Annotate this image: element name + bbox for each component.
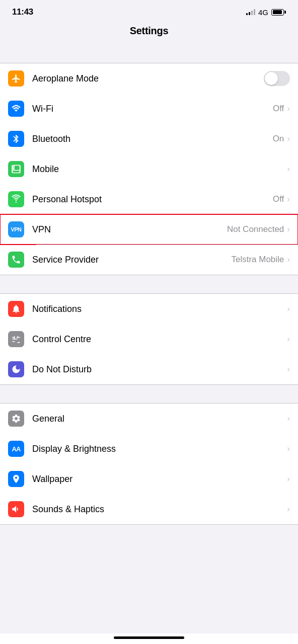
display-chevron: ›: [287, 444, 290, 454]
control-chevron: ›: [287, 334, 290, 344]
mobile-content: Mobile ›: [32, 154, 290, 184]
bluetooth-label: Bluetooth: [32, 134, 70, 144]
general-label: General: [32, 414, 64, 424]
network-type: 4G: [258, 8, 268, 17]
service-content: Service Provider Telstra Mobile ›: [32, 245, 290, 275]
bluetooth-icon: [8, 131, 24, 147]
status-icons: 4G: [246, 8, 286, 17]
status-bar: 11:43 4G: [0, 0, 298, 21]
service-icon: [8, 252, 24, 268]
control-icon: [8, 331, 24, 347]
sounds-chevron: ›: [287, 504, 290, 514]
aeroplane-toggle[interactable]: [264, 71, 290, 86]
settings-row-wallpaper[interactable]: Wallpaper ›: [0, 464, 298, 494]
mobile-icon: [8, 161, 24, 177]
wifi-label: Wi-Fi: [32, 104, 53, 114]
general-chevron: ›: [287, 414, 290, 424]
settings-row-service[interactable]: Service Provider Telstra Mobile ›: [0, 245, 298, 275]
notifications-icon: [8, 301, 24, 317]
wifi-chevron: ›: [287, 104, 290, 114]
hotspot-icon: [8, 191, 24, 207]
control-label: Control Centre: [32, 334, 91, 345]
sounds-content: Sounds & Haptics ›: [32, 494, 290, 524]
bluetooth-content: Bluetooth On ›: [32, 124, 290, 154]
sounds-icon: [8, 501, 24, 517]
settings-row-notifications[interactable]: Notifications ›: [0, 294, 298, 324]
notifications-right: ›: [287, 304, 290, 314]
settings-group-notifications: Notifications › Control Centre › Do Not …: [0, 293, 298, 385]
display-right: ›: [287, 444, 290, 454]
wallpaper-icon: [8, 471, 24, 487]
settings-row-dnd[interactable]: Do Not Disturb ›: [0, 354, 298, 384]
home-indicator: [0, 633, 298, 644]
battery-icon: [271, 9, 286, 16]
settings-row-vpn[interactable]: VPN VPN Not Connected ›: [0, 214, 298, 245]
mobile-label: Mobile: [32, 164, 59, 175]
general-content: General ›: [32, 404, 290, 434]
display-label: Display & Brightness: [32, 444, 116, 454]
settings-group-display: General › AA Display & Brightness › Wall…: [0, 403, 298, 525]
hotspot-chevron: ›: [287, 194, 290, 204]
section-gap-3: [0, 385, 298, 403]
wifi-right: Off ›: [273, 104, 290, 114]
page-title: Settings: [8, 25, 290, 37]
settings-row-sounds[interactable]: Sounds & Haptics ›: [0, 494, 298, 524]
settings-row-mobile[interactable]: Mobile ›: [0, 154, 298, 184]
section-gap-1: [0, 45, 298, 63]
general-icon: [8, 411, 24, 427]
control-right: ›: [287, 334, 290, 344]
notifications-content: Notifications ›: [32, 294, 290, 324]
wallpaper-content: Wallpaper ›: [32, 464, 290, 494]
wifi-icon: [8, 101, 24, 117]
notifications-chevron: ›: [287, 304, 290, 314]
bluetooth-right: On ›: [273, 134, 290, 144]
hotspot-content: Personal Hotspot Off ›: [32, 184, 290, 214]
dnd-content: Do Not Disturb ›: [32, 354, 290, 384]
dnd-right: ›: [287, 364, 290, 374]
service-chevron: ›: [287, 255, 290, 265]
section-gap-bottom: [0, 525, 298, 543]
vpn-content: VPN Not Connected ›: [32, 214, 290, 245]
bluetooth-chevron: ›: [287, 134, 290, 144]
settings-row-general[interactable]: General ›: [0, 404, 298, 434]
section-gap-2: [0, 275, 298, 293]
aeroplane-content: Aeroplane Mode: [32, 63, 290, 94]
settings-row-hotspot[interactable]: Personal Hotspot Off ›: [0, 184, 298, 214]
settings-group-network: Aeroplane Mode Wi-Fi Off › Bluetooth On: [0, 63, 298, 275]
hotspot-label: Personal Hotspot: [32, 194, 102, 205]
status-time: 11:43: [12, 7, 33, 17]
vpn-value: Not Connected: [227, 224, 284, 234]
wallpaper-label: Wallpaper: [32, 474, 72, 485]
page-title-bar: Settings: [0, 21, 298, 45]
mobile-right: ›: [287, 164, 290, 174]
hotspot-right: Off ›: [273, 194, 290, 204]
home-indicator-bar: [114, 636, 184, 639]
display-content: Display & Brightness ›: [32, 434, 290, 464]
wallpaper-right: ›: [287, 474, 290, 484]
display-icon: AA: [8, 441, 24, 457]
dnd-chevron: ›: [287, 364, 290, 374]
signal-icon: [246, 9, 255, 15]
service-right: Telstra Mobile ›: [231, 255, 290, 265]
sounds-right: ›: [287, 504, 290, 514]
settings-row-display[interactable]: AA Display & Brightness ›: [0, 434, 298, 464]
control-content: Control Centre ›: [32, 324, 290, 354]
aeroplane-label: Aeroplane Mode: [32, 73, 99, 84]
vpn-right: Not Connected ›: [227, 224, 290, 234]
hotspot-value: Off: [273, 194, 284, 204]
mobile-chevron: ›: [287, 164, 290, 174]
service-value: Telstra Mobile: [231, 255, 284, 265]
dnd-icon: [8, 361, 24, 377]
settings-row-wifi[interactable]: Wi-Fi Off ›: [0, 94, 298, 124]
vpn-label: VPN: [32, 224, 51, 235]
settings-row-bluetooth[interactable]: Bluetooth On ›: [0, 124, 298, 154]
vpn-icon: VPN: [8, 221, 24, 237]
sounds-label: Sounds & Haptics: [32, 504, 104, 515]
vpn-chevron: ›: [287, 224, 290, 234]
settings-row-control[interactable]: Control Centre ›: [0, 324, 298, 354]
wifi-value: Off: [273, 104, 284, 114]
notifications-label: Notifications: [32, 304, 82, 314]
settings-row-aeroplane[interactable]: Aeroplane Mode: [0, 63, 298, 94]
service-label: Service Provider: [32, 255, 99, 265]
aeroplane-icon: [8, 70, 24, 87]
